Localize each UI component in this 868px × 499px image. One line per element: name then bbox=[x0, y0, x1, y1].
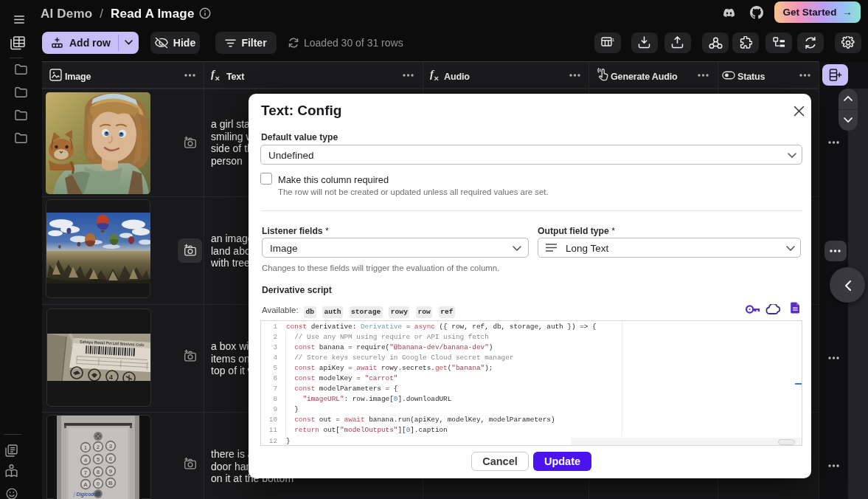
svg-text:9: 9 bbox=[109, 468, 113, 475]
svg-text:2: 2 bbox=[97, 444, 100, 450]
svg-text:8: 8 bbox=[97, 469, 100, 475]
svg-text:A: A bbox=[83, 481, 88, 488]
svg-text:⋮Digicode®: ⋮Digicode® bbox=[72, 492, 100, 498]
svg-text:4: 4 bbox=[109, 374, 113, 381]
svg-text:5: 5 bbox=[97, 456, 100, 463]
svg-text:4: 4 bbox=[84, 457, 88, 464]
svg-text:6: 6 bbox=[109, 455, 113, 462]
svg-text:0: 0 bbox=[97, 481, 100, 487]
svg-text:7: 7 bbox=[84, 469, 88, 476]
svg-text:B: B bbox=[108, 480, 113, 486]
svg-text:1: 1 bbox=[84, 444, 88, 451]
svg-text:3: 3 bbox=[109, 443, 113, 450]
svg-text:1: 1 bbox=[612, 38, 614, 42]
